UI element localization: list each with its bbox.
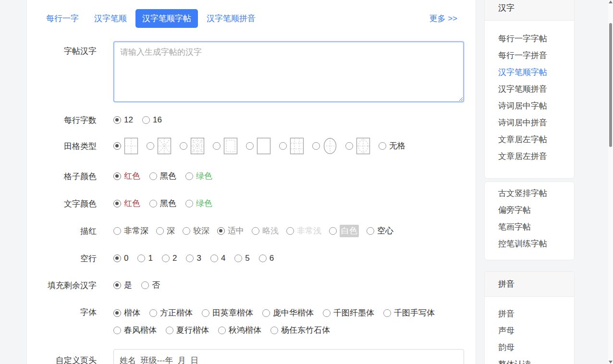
radio-option[interactable]: 较深 [183,225,209,237]
radio-option[interactable]: 春风楷体 [113,324,157,337]
sidebar-item[interactable]: 拼音 [498,308,561,320]
radio-option[interactable]: 16 [142,114,162,126]
radio-icon[interactable] [113,116,121,124]
radio-icon[interactable] [345,142,353,150]
radio-option[interactable]: 田英章楷体 [202,307,253,319]
sidebar-item[interactable]: 声母 [498,325,561,337]
radio-option[interactable]: 楷体 [113,307,140,319]
sidebar-item[interactable]: 汉字笔顺拼音 [498,84,561,95]
radio-icon[interactable] [270,327,278,334]
sidebar-item[interactable]: 汉字笔顺字帖 [498,67,561,78]
radio-option[interactable]: 否 [141,279,160,291]
radio-icon[interactable] [210,255,218,262]
radio-icon[interactable] [149,200,157,207]
radio-option[interactable]: 红色 [113,197,140,210]
sidebar-item[interactable]: 每行一字字帖 [498,33,561,45]
sidebar-item[interactable]: 诗词居中字帖 [498,100,561,112]
radio-icon[interactable] [217,227,225,235]
scrollbar-thumb[interactable] [609,23,612,147]
radio-icon[interactable] [213,142,221,150]
radio-option[interactable]: 绿色 [185,170,212,182]
sidebar-item[interactable]: 诗词居中拼音 [498,117,561,129]
radio-icon[interactable] [149,309,157,317]
radio-icon[interactable] [147,142,154,150]
radio-icon[interactable] [252,227,259,235]
radio-icon[interactable] [259,255,267,262]
radio-option[interactable]: 5 [234,252,249,265]
radio-option[interactable]: 12 [113,114,133,126]
radio-option[interactable] [312,137,337,155]
radio-option[interactable]: 杨任东竹石体 [270,324,330,337]
radio-icon[interactable] [113,200,121,207]
radio-option[interactable]: 0 [113,252,128,265]
radio-icon[interactable] [156,227,164,235]
radio-option[interactable] [180,137,205,155]
radio-option[interactable]: 夏行楷体 [166,324,209,337]
radio-icon[interactable] [183,227,190,235]
radio-option[interactable]: 6 [259,252,274,265]
radio-icon[interactable] [383,309,391,317]
radio-icon[interactable] [367,227,374,235]
sidebar-item[interactable]: 每行一字拼音 [498,50,561,61]
radio-icon[interactable] [141,281,149,289]
radio-option[interactable]: 白色 [329,225,359,237]
sidebar-item[interactable]: 偏旁字帖 [498,205,561,216]
radio-icon[interactable] [286,227,294,235]
radio-option[interactable]: 3 [186,252,201,265]
radio-icon[interactable] [218,327,226,334]
radio-icon[interactable] [323,309,331,317]
tab-item[interactable]: 汉字笔顺拼音 [207,13,256,24]
radio-icon[interactable] [113,309,121,317]
radio-option[interactable] [279,137,304,155]
radio-option[interactable]: 4 [210,252,225,265]
radio-option[interactable] [246,137,271,155]
radio-icon[interactable] [113,142,121,150]
tab-item[interactable]: 每行一字 [46,13,79,24]
radio-icon[interactable] [113,327,121,334]
radio-option[interactable]: 庞中华楷体 [262,307,314,319]
radio-icon[interactable] [113,281,121,289]
radio-icon[interactable] [113,172,121,180]
radio-icon[interactable] [185,200,193,207]
radio-icon[interactable] [180,142,187,150]
sidebar-item[interactable]: 控笔训练字帖 [498,238,561,250]
radio-option[interactable]: 无格 [379,140,405,152]
tab-item[interactable]: 汉字笔顺 [94,13,127,24]
radio-option[interactable]: 适中 [217,225,244,237]
sidebar-item[interactable]: 文章居左字帖 [498,134,561,146]
radio-icon[interactable] [312,142,320,150]
radio-icon[interactable] [162,255,170,262]
radio-option[interactable]: 深 [156,225,175,237]
radio-option[interactable] [113,137,138,155]
scrollbar-down-arrow[interactable] [609,361,613,364]
radio-icon[interactable] [113,227,121,235]
radio-option[interactable] [147,137,172,155]
radio-option[interactable]: 绿色 [185,197,212,210]
sidebar-item[interactable]: 笔画字帖 [498,221,561,233]
radio-option[interactable]: 方正楷体 [149,307,193,319]
page-scrollbar[interactable] [608,0,613,364]
radio-icon[interactable] [262,309,270,317]
radio-option[interactable]: 黑色 [149,170,176,182]
sidebar-item[interactable]: 文章居左拼音 [498,151,561,162]
radio-icon[interactable] [202,309,209,317]
tab-item[interactable]: 汉字笔顺字帖 [135,9,198,28]
radio-icon[interactable] [279,142,287,150]
radio-icon[interactable] [379,142,386,150]
scrollbar-up-arrow[interactable] [609,0,613,3]
radio-option[interactable]: 千图手写体 [383,307,435,319]
hanzi-textarea[interactable] [113,41,464,102]
radio-icon[interactable] [142,116,150,124]
radio-option[interactable]: 红色 [113,170,140,182]
radio-option[interactable]: 非常浅 [286,225,321,237]
more-link[interactable]: 更多 >> [429,13,457,24]
radio-option[interactable]: 黑色 [149,197,176,210]
sidebar-item[interactable]: 古文竖排字帖 [498,188,561,199]
custom-header-input[interactable] [113,349,464,364]
radio-option[interactable]: 是 [113,279,132,291]
sidebar-item[interactable]: 韵母 [498,342,561,353]
radio-option[interactable] [345,137,370,155]
radio-option[interactable]: 略浅 [252,225,279,237]
radio-option[interactable]: 秋鸿楷体 [218,324,261,337]
radio-icon[interactable] [113,255,121,262]
